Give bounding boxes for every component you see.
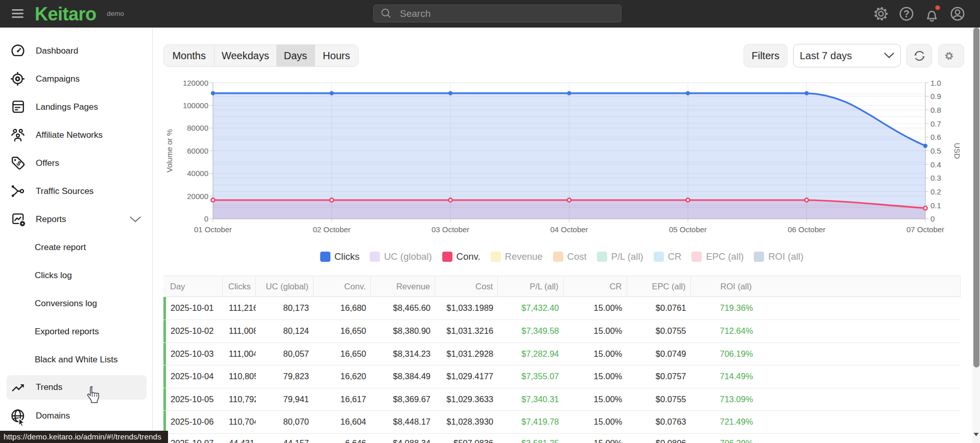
svg-text:0.2: 0.2 (930, 187, 941, 196)
svg-text:0.1: 0.1 (930, 201, 941, 210)
svg-text:20000: 20000 (187, 192, 208, 201)
svg-text:60000: 60000 (187, 146, 208, 155)
svg-text:0.3: 0.3 (930, 174, 941, 182)
svg-text:05 October: 05 October (669, 225, 707, 234)
svg-text:Volume or %: Volume or % (166, 129, 174, 173)
svg-text:06 October: 06 October (787, 225, 825, 234)
svg-text:100000: 100000 (183, 101, 208, 110)
svg-text:40000: 40000 (187, 169, 208, 178)
svg-text:0: 0 (204, 214, 208, 223)
svg-text:0.5: 0.5 (930, 146, 941, 155)
svg-text:03 October: 03 October (432, 225, 469, 234)
svg-text:0.8: 0.8 (930, 106, 941, 114)
svg-text:?: ? (903, 8, 910, 19)
svg-text:80000: 80000 (187, 124, 208, 132)
svg-text:04 October: 04 October (550, 225, 588, 234)
svg-text:0: 0 (930, 214, 935, 223)
svg-text:120000: 120000 (183, 79, 208, 87)
svg-text:01 October: 01 October (194, 225, 232, 234)
svg-text:1.0: 1.0 (930, 79, 941, 87)
svg-text:0.6: 0.6 (930, 133, 941, 141)
svg-text:0.9: 0.9 (930, 92, 941, 101)
svg-text:07 October: 07 October (906, 225, 944, 234)
svg-text:USD: USD (953, 143, 962, 159)
svg-text:0.4: 0.4 (930, 160, 941, 169)
svg-text:0.7: 0.7 (930, 119, 941, 128)
svg-text:02 October: 02 October (313, 225, 350, 234)
